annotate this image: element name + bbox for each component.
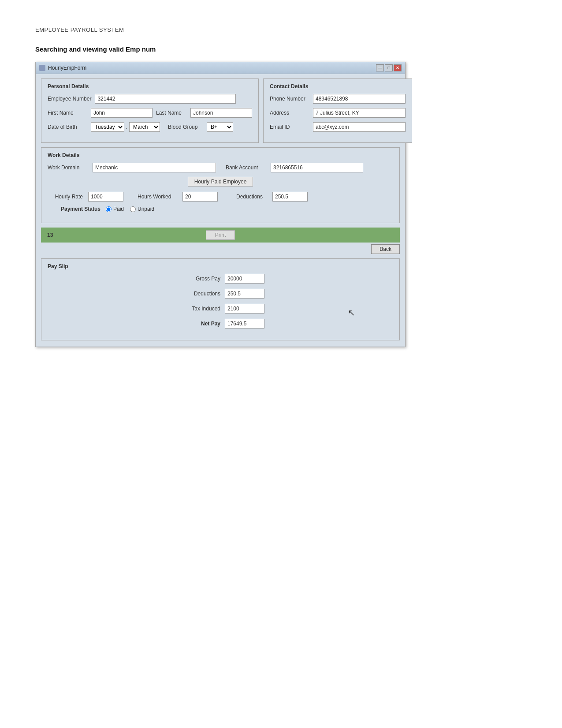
employee-number-row: Employee Number — [48, 94, 252, 104]
maximize-button[interactable]: □ — [385, 64, 393, 71]
page-number-badge: 13 — [41, 228, 59, 243]
payslip-panel: Pay Slip Gross Pay Deductions Tax Induce… — [41, 258, 400, 340]
blood-group-select[interactable]: B+ — [207, 122, 233, 132]
action-bar: 13 Print — [41, 228, 400, 243]
work-domain-input[interactable] — [93, 163, 216, 172]
phone-row: Phone Number — [270, 94, 406, 104]
close-button[interactable]: ✕ — [394, 64, 402, 71]
paid-radio[interactable] — [106, 206, 112, 212]
payslip-deductions-row: Deductions — [48, 289, 393, 299]
window-titlebar: HourlyEmpForm — □ ✕ — [36, 62, 405, 74]
top-panels-row: Personal Details Employee Number First N… — [41, 78, 400, 143]
window-controls: — □ ✕ — [376, 64, 402, 71]
rate-hours-row: Hourly Rate Hours Worked Deductions — [48, 192, 393, 202]
gross-pay-row: Gross Pay — [48, 274, 393, 284]
payslip-deductions-input[interactable] — [225, 289, 264, 299]
phone-input[interactable] — [313, 94, 406, 104]
deductions-label: Deductions — [236, 194, 267, 200]
payslip-deductions-label: Deductions — [176, 291, 220, 297]
net-pay-input[interactable] — [225, 319, 264, 329]
gross-pay-input[interactable] — [225, 274, 264, 284]
email-row: Email ID — [270, 122, 406, 132]
contact-details-title: Contact Details — [270, 83, 406, 90]
payslip-title: Pay Slip — [48, 263, 393, 269]
first-name-input[interactable] — [91, 108, 153, 118]
email-label: Email ID — [270, 124, 309, 130]
work-domain-row: Work Domain Bank Account — [48, 163, 393, 172]
email-input[interactable] — [313, 122, 406, 132]
first-name-label: First Name — [48, 110, 87, 116]
unpaid-radio[interactable] — [130, 206, 136, 212]
address-input[interactable] — [313, 108, 406, 118]
window-icon — [39, 65, 45, 71]
work-details-panel: Work Details Work Domain Bank Account Ho… — [41, 147, 400, 223]
payment-status-label: Payment Status — [48, 206, 100, 212]
blood-group-label: Blood Group — [168, 124, 203, 130]
personal-details-title: Personal Details — [48, 83, 252, 90]
phone-label: Phone Number — [270, 96, 309, 102]
contact-details-panel: Contact Details Phone Number Address Ema… — [263, 78, 412, 143]
hourly-rate-input[interactable] — [88, 192, 123, 202]
tax-label: Tax Induced — [176, 306, 220, 312]
payment-status-radio-group: Paid Unpaid — [106, 206, 154, 212]
unpaid-radio-label[interactable]: Unpaid — [130, 206, 154, 212]
payment-status-row: Payment Status Paid Unpaid — [48, 206, 393, 212]
deductions-input[interactable] — [272, 192, 308, 202]
back-button[interactable]: Back — [371, 244, 400, 254]
dob-label: Date of Birth — [48, 124, 87, 130]
dob-row: Date of Birth Tuesday . March Blood Grou… — [48, 122, 252, 132]
name-row: First Name Last Name — [48, 108, 252, 118]
last-name-input[interactable] — [190, 108, 252, 118]
employee-number-label: Employee Number — [48, 96, 91, 102]
hourly-paid-row: Hourly Paid Employee — [48, 177, 393, 187]
gross-pay-label: Gross Pay — [176, 276, 220, 282]
last-name-label: Last Name — [156, 110, 187, 116]
address-label: Address — [270, 110, 309, 116]
window-title: HourlyEmpForm — [39, 65, 86, 71]
hours-worked-input[interactable] — [182, 192, 218, 202]
tax-input[interactable] — [225, 304, 264, 314]
application-window: HourlyEmpForm — □ ✕ Personal Details Emp… — [35, 62, 406, 347]
back-button-row: Back — [41, 243, 400, 256]
net-pay-label: Net Pay — [176, 321, 220, 327]
paid-radio-label[interactable]: Paid — [106, 206, 124, 212]
minimize-button[interactable]: — — [376, 64, 384, 71]
section-heading: Searching and viewing valid Emp num — [35, 45, 527, 53]
hourly-rate-label: Hourly Rate — [48, 194, 83, 200]
dob-month-select[interactable]: March — [129, 122, 160, 132]
dob-day-select[interactable]: Tuesday — [91, 122, 124, 132]
window-body: Personal Details Employee Number First N… — [36, 74, 405, 347]
dob-group: Tuesday . March — [91, 122, 160, 132]
bank-account-label: Bank Account — [226, 164, 265, 171]
work-domain-label: Work Domain — [48, 164, 87, 171]
personal-details-panel: Personal Details Employee Number First N… — [41, 78, 259, 143]
hours-worked-label: Hours Worked — [138, 194, 177, 200]
tax-row: Tax Induced — [48, 304, 393, 314]
bank-account-input[interactable] — [271, 163, 363, 172]
address-row: Address — [270, 108, 406, 118]
net-pay-row: Net Pay — [48, 319, 393, 329]
employee-number-input[interactable] — [95, 94, 236, 104]
page-title: EMPLOYEE PAYROLL SYSTEM — [35, 26, 527, 33]
work-details-title: Work Details — [48, 152, 393, 158]
hourly-paid-button[interactable]: Hourly Paid Employee — [188, 177, 253, 187]
print-button[interactable]: Print — [206, 230, 235, 240]
